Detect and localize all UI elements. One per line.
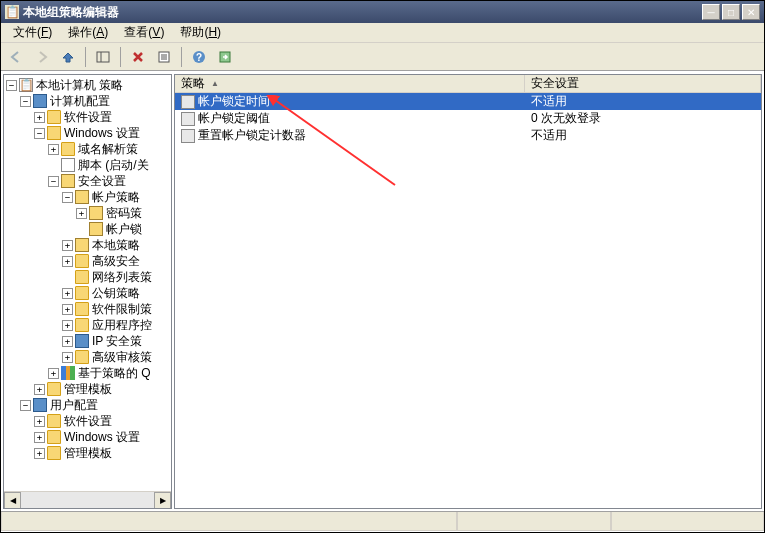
tree-user-software[interactable]: +软件设置 xyxy=(4,413,171,429)
tree-user-config[interactable]: −用户配置 xyxy=(4,397,171,413)
scroll-right-button[interactable]: ▶ xyxy=(154,492,171,509)
shield-icon xyxy=(75,190,89,204)
tree-policy-based-q[interactable]: +基于策略的 Q xyxy=(4,365,171,381)
collapse-icon[interactable]: − xyxy=(48,176,59,187)
menu-view[interactable]: 查看(V) xyxy=(116,22,172,43)
tree-user-windows[interactable]: +Windows 设置 xyxy=(4,429,171,445)
expand-icon[interactable]: + xyxy=(34,112,45,123)
up-button[interactable] xyxy=(57,46,79,68)
scroll-track[interactable] xyxy=(21,492,154,508)
back-button[interactable] xyxy=(5,46,27,68)
tree-label: 帐户策略 xyxy=(92,189,140,206)
tree-password-policy[interactable]: +密码策 xyxy=(4,205,171,221)
menu-action[interactable]: 操作(A) xyxy=(60,22,116,43)
cell-setting: 不适用 xyxy=(525,127,761,144)
policy-item-icon xyxy=(181,95,195,109)
expand-icon[interactable]: + xyxy=(62,304,73,315)
tree[interactable]: −📋本地计算机 策略 −计算机配置 +软件设置 −Windows 设置 +域名解… xyxy=(4,75,171,508)
list-row[interactable]: 帐户锁定阈值 0 次无效登录 xyxy=(175,110,761,127)
shield-icon xyxy=(89,206,103,220)
expand-icon[interactable]: + xyxy=(62,240,73,251)
tree-account-lockout[interactable]: 帐户锁 xyxy=(4,221,171,237)
list-row[interactable]: 帐户锁定时间 不适用 xyxy=(175,93,761,110)
menu-help[interactable]: 帮助(H) xyxy=(172,22,229,43)
forward-button[interactable] xyxy=(31,46,53,68)
collapse-icon[interactable]: − xyxy=(6,80,17,91)
cell-setting: 0 次无效登录 xyxy=(525,110,761,127)
properties-button[interactable] xyxy=(153,46,175,68)
export-button[interactable] xyxy=(214,46,236,68)
expand-icon[interactable]: + xyxy=(34,448,45,459)
expand-icon[interactable]: + xyxy=(48,368,59,379)
expand-icon[interactable]: + xyxy=(62,352,73,363)
list-row[interactable]: 重置帐户锁定计数器 不适用 xyxy=(175,127,761,144)
user-icon xyxy=(33,398,47,412)
expand-icon[interactable]: + xyxy=(76,208,87,219)
tree-label: 用户配置 xyxy=(50,397,98,414)
tree-software-settings[interactable]: +软件设置 xyxy=(4,109,171,125)
tree-account-policies[interactable]: −帐户策略 xyxy=(4,189,171,205)
tree-user-admin-templates[interactable]: +管理模板 xyxy=(4,445,171,461)
close-button[interactable]: ✕ xyxy=(742,4,760,20)
tree-windows-settings[interactable]: −Windows 设置 xyxy=(4,125,171,141)
column-label: 策略 xyxy=(181,75,205,92)
menu-file[interactable]: 文件(F) xyxy=(5,22,60,43)
collapse-icon[interactable]: − xyxy=(34,128,45,139)
tree-ip-security[interactable]: +IP 安全策 xyxy=(4,333,171,349)
show-hide-tree-button[interactable] xyxy=(92,46,114,68)
expand-icon[interactable]: + xyxy=(62,336,73,347)
tree-software-restrict[interactable]: +软件限制策 xyxy=(4,301,171,317)
tree-network-list[interactable]: 网络列表策 xyxy=(4,269,171,285)
scroll-left-button[interactable]: ◀ xyxy=(4,492,21,509)
tree-security-settings[interactable]: −安全设置 xyxy=(4,173,171,189)
cell-text: 帐户锁定阈值 xyxy=(198,110,270,127)
cell-policy: 帐户锁定阈值 xyxy=(175,110,525,127)
tree-name-resolution[interactable]: +域名解析策 xyxy=(4,141,171,157)
maximize-button[interactable]: □ xyxy=(722,4,740,20)
tree-computer-config[interactable]: −计算机配置 xyxy=(4,93,171,109)
folder-icon xyxy=(47,446,61,460)
expand-icon[interactable]: + xyxy=(34,416,45,427)
content-area: −📋本地计算机 策略 −计算机配置 +软件设置 −Windows 设置 +域名解… xyxy=(1,71,764,511)
svg-rect-0 xyxy=(97,52,109,62)
cell-setting: 不适用 xyxy=(525,93,761,110)
tree-label: 公钥策略 xyxy=(92,285,140,302)
folder-icon xyxy=(75,302,89,316)
tree-label: 管理模板 xyxy=(64,381,112,398)
tree-label: 高级安全 xyxy=(92,253,140,270)
folder-icon xyxy=(75,318,89,332)
minimize-button[interactable]: ─ xyxy=(702,4,720,20)
tree-advanced-audit[interactable]: +高级审核策 xyxy=(4,349,171,365)
expand-icon[interactable]: + xyxy=(34,432,45,443)
expand-icon[interactable]: + xyxy=(34,384,45,395)
delete-button[interactable] xyxy=(127,46,149,68)
tree-root[interactable]: −📋本地计算机 策略 xyxy=(4,77,171,93)
expand-icon[interactable]: + xyxy=(62,320,73,331)
help-button[interactable]: ? xyxy=(188,46,210,68)
tree-local-policies[interactable]: +本地策略 xyxy=(4,237,171,253)
collapse-icon[interactable]: − xyxy=(62,192,73,203)
column-security-setting[interactable]: 安全设置 xyxy=(525,75,761,92)
tree-label: 基于策略的 Q xyxy=(78,365,151,382)
tree-scripts[interactable]: 脚本 (启动/关 xyxy=(4,157,171,173)
tree-advanced-security[interactable]: +高级安全 xyxy=(4,253,171,269)
expand-icon[interactable]: + xyxy=(62,256,73,267)
tree-label: 帐户锁 xyxy=(106,221,142,238)
tree-app-control[interactable]: +应用程序控 xyxy=(4,317,171,333)
tree-admin-templates[interactable]: +管理模板 xyxy=(4,381,171,397)
folder-open-icon xyxy=(47,126,61,140)
toolbar-separator xyxy=(181,47,182,67)
cell-text: 0 次无效登录 xyxy=(531,110,601,127)
collapse-icon[interactable]: − xyxy=(20,400,31,411)
expand-icon[interactable]: + xyxy=(48,144,59,155)
tree-label: 脚本 (启动/关 xyxy=(78,157,149,174)
list-header: 策略 安全设置 xyxy=(175,75,761,93)
column-policy[interactable]: 策略 xyxy=(175,75,525,92)
cell-text: 不适用 xyxy=(531,93,567,110)
collapse-icon[interactable]: − xyxy=(20,96,31,107)
expand-icon[interactable]: + xyxy=(62,288,73,299)
list-body[interactable]: 帐户锁定时间 不适用 帐户锁定阈值 0 次无效登录 重置帐户锁定计数器 不适用 xyxy=(175,93,761,508)
toolbar-separator xyxy=(85,47,86,67)
tree-horizontal-scrollbar[interactable]: ◀ ▶ xyxy=(4,491,171,508)
tree-public-key[interactable]: +公钥策略 xyxy=(4,285,171,301)
